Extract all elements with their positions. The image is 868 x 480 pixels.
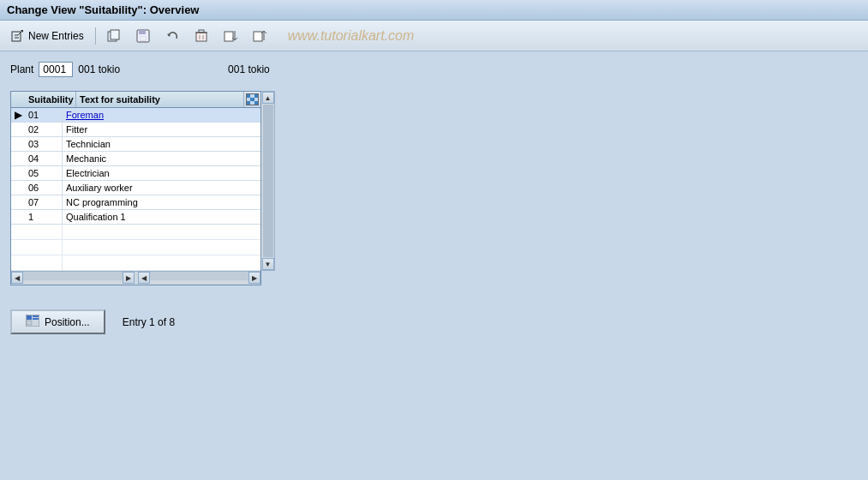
new-entries-icon bbox=[11, 29, 25, 43]
delete-button[interactable] bbox=[190, 27, 213, 45]
row-text-03: Technician bbox=[63, 137, 260, 151]
table-row[interactable]: 05 Electrician bbox=[11, 166, 260, 181]
row-selector-01: ▶ bbox=[11, 109, 25, 121]
row-suitability-07: 07 bbox=[25, 195, 63, 209]
copy-button[interactable] bbox=[103, 27, 125, 45]
row-suitability-03: 03 bbox=[25, 137, 63, 151]
save-button[interactable] bbox=[132, 27, 154, 45]
row-suitability-05: 05 bbox=[25, 166, 63, 180]
new-entries-label: New Entries bbox=[28, 30, 84, 42]
row-text-01[interactable]: Foreman bbox=[63, 108, 260, 122]
table-row[interactable]: 06 Auxiliary worker bbox=[11, 181, 260, 195]
undo-button[interactable] bbox=[161, 27, 183, 45]
table-row[interactable]: 03 Technician bbox=[11, 137, 260, 152]
table-row[interactable]: 07 NC programming bbox=[11, 195, 260, 210]
svg-rect-0 bbox=[12, 32, 21, 41]
delete-icon bbox=[195, 29, 208, 43]
svg-rect-8 bbox=[139, 30, 146, 34]
copy-icon bbox=[107, 29, 121, 43]
row-suitability-1: 1 bbox=[25, 210, 63, 224]
table-header: Suitability Text for suitability bbox=[11, 92, 260, 108]
table-settings-icon[interactable] bbox=[243, 92, 260, 107]
download-icon bbox=[224, 29, 237, 43]
svg-rect-28 bbox=[33, 318, 39, 320]
scroll-right-button[interactable]: ▶ bbox=[123, 272, 135, 284]
data-table: Suitability Text for suitability ▶ 01 Fo… bbox=[10, 91, 261, 285]
new-entries-button[interactable]: New Entries bbox=[7, 27, 88, 45]
toolbar: New Entries bbox=[0, 21, 868, 51]
plant-code-input[interactable] bbox=[39, 62, 73, 77]
horizontal-scrollbar: ◀ ▶ ◀ ▶ bbox=[11, 271, 260, 285]
svg-rect-27 bbox=[33, 315, 39, 317]
vertical-scrollbar: ▲ ▼ bbox=[261, 91, 275, 271]
scroll-up-button[interactable]: ▲ bbox=[262, 92, 274, 104]
row-suitability-06: 06 bbox=[25, 181, 63, 195]
empty-row bbox=[11, 225, 260, 240]
plant-name1: 001 tokio bbox=[78, 63, 120, 75]
svg-rect-17 bbox=[224, 32, 233, 41]
svg-rect-12 bbox=[196, 33, 207, 41]
position-icon bbox=[26, 315, 39, 329]
scroll-down-button[interactable]: ▼ bbox=[262, 258, 274, 270]
bottom-section: Position... Entry 1 of 8 bbox=[0, 309, 868, 334]
table-row[interactable]: ▶ 01 Foreman bbox=[11, 108, 260, 123]
table-row[interactable]: 04 Mechanic bbox=[11, 152, 260, 166]
row-text-1: Qualification 1 bbox=[63, 210, 260, 224]
plant-label: Plant bbox=[10, 63, 33, 75]
row-text-02: Fitter bbox=[63, 123, 260, 136]
plant-row: Plant 001 tokio 001 tokio bbox=[10, 62, 858, 77]
svg-rect-10 bbox=[141, 37, 146, 40]
plant-name2: 001 tokio bbox=[228, 63, 270, 75]
upload-button[interactable] bbox=[248, 27, 271, 45]
svg-rect-26 bbox=[27, 315, 32, 320]
scroll-left-button[interactable]: ◀ bbox=[11, 272, 23, 284]
position-button[interactable]: Position... bbox=[10, 309, 105, 334]
table-body: ▶ 01 Foreman 02 Fitter 03 Technician 04 bbox=[11, 108, 260, 271]
row-suitability-01: 01 bbox=[25, 108, 63, 122]
empty-row bbox=[11, 240, 260, 255]
entry-info: Entry 1 of 8 bbox=[123, 316, 175, 328]
scroll-thumb bbox=[263, 105, 273, 257]
svg-marker-11 bbox=[167, 33, 171, 37]
col-text-header: Text for suitability bbox=[76, 92, 243, 107]
svg-rect-31 bbox=[33, 323, 39, 325]
col-suitability-header: Suitability bbox=[25, 92, 76, 107]
save-icon bbox=[136, 29, 150, 43]
row-suitability-04: 04 bbox=[25, 152, 63, 165]
table-row[interactable]: 1 Qualification 1 bbox=[11, 210, 260, 225]
scroll-track-left bbox=[23, 272, 123, 280]
page-title: Change View "Suitability": Overview bbox=[7, 3, 200, 16]
watermark: www.tutorialkart.com bbox=[288, 28, 415, 44]
main-content: Plant 001 tokio 001 tokio Suitability Te… bbox=[0, 51, 868, 292]
empty-row bbox=[11, 255, 260, 271]
svg-rect-21 bbox=[254, 32, 262, 41]
position-label: Position... bbox=[45, 316, 90, 328]
row-text-04: Mechanic bbox=[63, 152, 260, 165]
undo-icon bbox=[165, 29, 179, 43]
scroll-left2-button[interactable]: ◀ bbox=[138, 272, 150, 284]
title-bar: Change View "Suitability": Overview bbox=[0, 0, 868, 21]
download-button[interactable] bbox=[219, 27, 242, 45]
svg-rect-29 bbox=[27, 321, 32, 325]
row-suitability-02: 02 bbox=[25, 123, 63, 136]
scroll-right2-button[interactable]: ▶ bbox=[248, 272, 260, 284]
svg-rect-6 bbox=[111, 30, 119, 39]
toolbar-separator-1 bbox=[95, 27, 96, 45]
scroll-track-right bbox=[150, 272, 249, 280]
table-row[interactable]: 02 Fitter bbox=[11, 123, 260, 137]
row-text-06: Auxiliary worker bbox=[63, 181, 260, 195]
row-text-07: NC programming bbox=[63, 195, 260, 209]
upload-icon bbox=[253, 29, 266, 43]
row-text-05: Electrician bbox=[63, 166, 260, 180]
svg-rect-30 bbox=[33, 321, 39, 322]
